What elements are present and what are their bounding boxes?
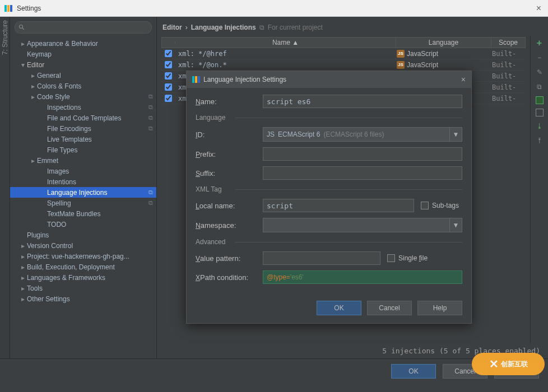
sidebar-item-build-execution-deployment[interactable]: ▸Build, Execution, Deployment: [10, 262, 156, 272]
sidebar-item-live-templates[interactable]: Live Templates: [10, 134, 156, 144]
row-checkbox[interactable]: [165, 95, 172, 102]
enable-icon[interactable]: [536, 96, 544, 104]
modal-title: Language Injection Settings: [203, 76, 286, 83]
breadcrumb-note: For current project: [268, 24, 323, 31]
table-toolbar: + − ✎ ⧉ ⭳ ⭱: [530, 36, 548, 343]
copy-icon: ⧉: [148, 93, 153, 100]
copy-icon[interactable]: ⧉: [535, 82, 545, 92]
row-checkbox[interactable]: [165, 83, 172, 91]
chevron-down-icon[interactable]: ▼: [450, 218, 462, 232]
settings-tree[interactable]: ▸Appearance & BehaviorKeymap▾Editor▸Gene…: [10, 38, 156, 358]
prefix-input[interactable]: [263, 147, 462, 161]
chevron-down-icon[interactable]: ▼: [450, 127, 462, 142]
copy-icon: ⧉: [148, 114, 153, 122]
language-legend: Language: [196, 114, 462, 122]
remove-icon[interactable]: −: [535, 53, 545, 63]
row-checkbox[interactable]: [165, 61, 172, 68]
import-icon[interactable]: ⭳: [535, 121, 545, 131]
table-row[interactable]: xml: */@on.*JSJavaScriptBuilt-: [161, 59, 526, 71]
sidebar-item-language-injections[interactable]: Language Injections⧉: [10, 187, 156, 198]
sidebar-item-plugins[interactable]: Plugins: [10, 230, 156, 240]
disable-icon[interactable]: [536, 109, 544, 116]
xmltag-legend: XML Tag: [196, 185, 462, 193]
copy-icon: ⧉: [148, 125, 153, 132]
sidebar-item-languages-frameworks[interactable]: ▸Languages & Frameworks: [10, 272, 156, 283]
structure-tab[interactable]: 7: Structure: [1, 20, 9, 55]
sidebar-item-appearance-behavior[interactable]: ▸Appearance & Behavior: [10, 38, 156, 49]
subtags-checkbox[interactable]: Sub-tags: [421, 202, 459, 209]
sidebar-item-inspections[interactable]: Inspections⧉: [10, 102, 156, 113]
breadcrumb-editor: Editor: [162, 24, 182, 31]
xpath-input[interactable]: @type='es6': [263, 270, 462, 284]
suffix-input[interactable]: [263, 166, 462, 180]
sidebar-item-textmate-bundles[interactable]: TextMate Bundles: [10, 208, 156, 219]
settings-sidebar: ▸Appearance & BehaviorKeymap▾Editor▸Gene…: [10, 17, 157, 358]
export-icon[interactable]: ⭱: [535, 136, 545, 146]
breadcrumb: Editor › Language Injections ⧉ For curre…: [157, 17, 548, 36]
sidebar-item-tools[interactable]: ▸Tools: [10, 283, 156, 293]
modal-cancel-button[interactable]: Cancel: [367, 301, 412, 315]
sidebar-item-file-and-code-templates[interactable]: File and Code Templates⧉: [10, 113, 156, 123]
prefix-label: Prefix:: [196, 150, 263, 158]
search-input[interactable]: [27, 24, 148, 31]
add-icon[interactable]: +: [535, 38, 545, 48]
row-checkbox[interactable]: [165, 50, 172, 57]
sidebar-item-images[interactable]: Images: [10, 166, 156, 176]
modal-help-button[interactable]: Help: [417, 301, 462, 315]
col-name[interactable]: Name ▲: [175, 38, 396, 48]
sidebar-item-other-settings[interactable]: ▸Other Settings: [10, 293, 156, 304]
ok-button[interactable]: OK: [391, 364, 436, 379]
modal-ok-button[interactable]: OK: [317, 301, 361, 315]
localname-input[interactable]: [263, 199, 414, 212]
localname-label: Local name:: [196, 202, 263, 210]
singlefile-checkbox[interactable]: Single file: [387, 254, 428, 262]
search-icon: [18, 24, 25, 31]
modal-titlebar[interactable]: Language Injection Settings ×: [187, 71, 471, 88]
copy-icon: ⧉: [148, 189, 153, 196]
modal-close-icon[interactable]: ×: [461, 75, 466, 84]
sidebar-item-file-encodings[interactable]: File Encodings⧉: [10, 123, 156, 134]
app-icon: [192, 76, 200, 83]
copy-icon: ⧉: [148, 199, 153, 207]
valuepattern-input[interactable]: [263, 251, 380, 265]
col-language[interactable]: Language: [396, 38, 491, 48]
edit-icon[interactable]: ✎: [535, 67, 545, 77]
js-icon: JS: [397, 61, 405, 69]
svg-line-1: [22, 28, 24, 30]
sidebar-item-emmet[interactable]: ▸Emmet: [10, 155, 156, 166]
sidebar-item-project-vue-hackernews-gh-pag-[interactable]: ▸Project: vue-hackernews-gh-pag...: [10, 251, 156, 262]
sidebar-item-spelling[interactable]: Spelling⧉: [10, 198, 156, 208]
sidebar-item-file-types[interactable]: File Types: [10, 144, 156, 155]
table-row[interactable]: xml: */@hrefJSJavaScriptBuilt-: [161, 48, 526, 59]
language-injection-modal: Language Injection Settings × Name: Lang…: [186, 71, 472, 324]
js-icon: JS: [397, 50, 405, 58]
window-title: Settings: [17, 4, 41, 12]
copy-icon: ⧉: [148, 104, 153, 111]
xpath-label: XPath condition:: [196, 273, 263, 282]
suffix-label: Suffix:: [196, 169, 263, 178]
watermark-badge: ✕创新互联: [472, 353, 545, 375]
col-scope[interactable]: Scope: [491, 38, 525, 48]
name-label: Name:: [196, 97, 263, 106]
sidebar-item-general[interactable]: ▸General: [10, 70, 156, 81]
settings-search[interactable]: [15, 21, 152, 34]
sidebar-item-todo[interactable]: TODO: [10, 219, 156, 230]
close-icon[interactable]: ×: [534, 3, 544, 13]
app-icon: [4, 4, 13, 13]
namespace-combo[interactable]: ▼: [263, 218, 462, 232]
advanced-legend: Advanced: [196, 238, 462, 246]
sidebar-item-colors-fonts[interactable]: ▸Colors & Fonts: [10, 81, 156, 91]
row-checkbox[interactable]: [165, 72, 172, 80]
breadcrumb-page: Language Injections: [191, 24, 256, 31]
name-input[interactable]: [263, 95, 462, 108]
sidebar-item-version-control[interactable]: ▸Version Control: [10, 240, 156, 251]
copy-icon: ⧉: [259, 24, 264, 31]
sidebar-item-intentions[interactable]: Intentions: [10, 176, 156, 187]
valuepattern-label: Value pattern:: [196, 254, 263, 263]
id-combo[interactable]: JSECMAScript 6 (ECMAScript 6 files) ▼: [263, 127, 462, 142]
id-label: ID:: [196, 130, 263, 139]
svg-point-0: [20, 25, 23, 29]
sidebar-item-code-style[interactable]: ▸Code Style⧉: [10, 91, 156, 102]
sidebar-item-keymap[interactable]: Keymap: [10, 49, 156, 59]
sidebar-item-editor[interactable]: ▾Editor: [10, 59, 156, 70]
